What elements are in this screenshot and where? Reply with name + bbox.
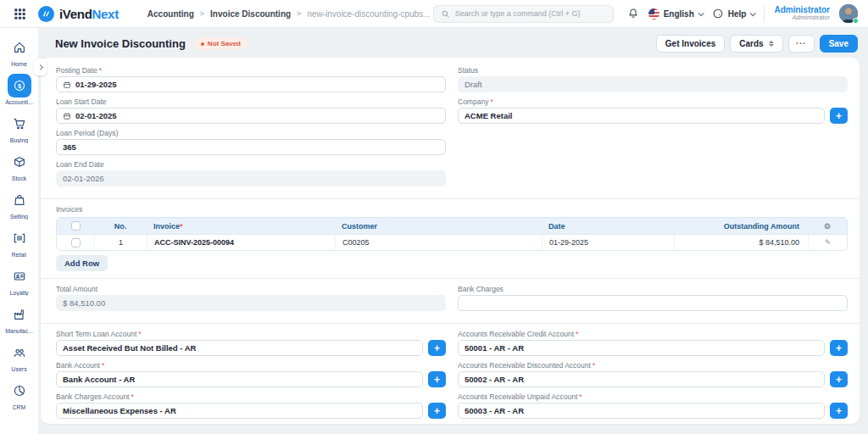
breadcrumb-separator: > xyxy=(200,9,204,18)
grid-settings-gear-icon[interactable]: ⚙ xyxy=(824,222,831,231)
add-row-button[interactable]: Add Row xyxy=(56,255,108,271)
bank-account-input[interactable]: Bank Account - AR xyxy=(56,371,423,387)
sidebar-label: Manufac... xyxy=(5,328,33,334)
users-icon xyxy=(8,341,31,364)
short-term-loan-account-label: Short Term Loan Account* xyxy=(56,330,446,338)
bank-charges-account-input[interactable]: Miscellaneous Expenses - AR xyxy=(56,403,423,419)
sidebar-label: Home xyxy=(11,61,27,67)
edit-row-pencil-icon[interactable]: ✎ xyxy=(825,238,832,247)
section-divider xyxy=(41,278,860,279)
notifications-bell-icon[interactable] xyxy=(627,8,639,19)
row-invoice[interactable]: ACC-SINV-2025-00094 xyxy=(147,235,335,250)
company-label: Company* xyxy=(458,97,848,106)
loan-start-date-label: Loan Start Date xyxy=(56,97,446,106)
sidebar-item-users[interactable]: Users xyxy=(8,341,31,372)
company-input[interactable]: ACME Retail xyxy=(458,108,825,124)
bank-charges-label: Bank Charges xyxy=(458,285,848,293)
cards-view-selector[interactable]: Cards xyxy=(730,35,782,53)
ar-unpaid-account-input[interactable]: 50003 - AR - AR xyxy=(458,403,825,419)
logo-icon xyxy=(38,6,54,22)
more-actions-button[interactable]: ··· xyxy=(788,35,815,53)
language-selector[interactable]: English xyxy=(648,8,703,19)
sidebar-item-stock[interactable]: Stock xyxy=(8,150,31,181)
add-bank-account-button[interactable]: + xyxy=(428,371,446,387)
add-bank-charges-account-button[interactable]: + xyxy=(428,403,446,419)
help-menu[interactable]: Help xyxy=(712,8,755,19)
sidebar-item-crm[interactable]: CRM xyxy=(8,379,31,410)
accounting-icon: $ xyxy=(8,74,31,97)
invoices-table: No. Invoice* Customer Date Outstanding A… xyxy=(56,217,848,251)
add-ar-credit-account-button[interactable]: + xyxy=(830,340,848,356)
sidebar-label: Users xyxy=(11,366,26,372)
expand-sidebar-toggle[interactable] xyxy=(34,58,47,75)
search-input[interactable] xyxy=(455,9,606,18)
add-company-button[interactable]: + xyxy=(830,108,848,124)
loan-period-input[interactable]: 365 xyxy=(56,139,446,155)
get-invoices-button[interactable]: Get Invoices xyxy=(656,35,725,53)
calendar-icon xyxy=(63,81,71,89)
chevron-right-icon xyxy=(37,64,43,70)
add-short-term-loan-account-button[interactable]: + xyxy=(428,340,446,356)
sidebar-label: Selling xyxy=(10,214,28,220)
breadcrumb-invoice-discounting[interactable]: Invoice Discounting xyxy=(210,9,291,19)
section-divider xyxy=(41,323,860,324)
chevron-down-icon xyxy=(750,10,756,16)
sidebar-item-manufacturing[interactable]: Manufac... xyxy=(5,303,33,334)
short-term-loan-account-input[interactable]: Asset Received But Not Billed - AR xyxy=(56,340,423,356)
row-checkbox[interactable] xyxy=(71,238,81,248)
add-ar-unpaid-account-button[interactable]: + xyxy=(830,403,848,419)
sidebar-item-buying[interactable]: Buying xyxy=(8,112,31,143)
top-navbar: iVendNext Accounting > Invoice Discounti… xyxy=(0,0,868,28)
factory-icon xyxy=(8,303,31,326)
user-menu[interactable]: Administrator Administrator xyxy=(774,5,830,22)
add-ar-discounted-account-button[interactable]: + xyxy=(830,371,848,387)
ar-credit-account-input[interactable]: 50001 - AR - AR xyxy=(458,340,825,356)
sidebar-item-retail[interactable]: Retail xyxy=(8,226,31,258)
loan-period-label: Loan Period (Days) xyxy=(56,129,446,137)
breadcrumb-accounting[interactable]: Accounting xyxy=(147,9,194,19)
calendar-icon xyxy=(63,112,71,120)
divider xyxy=(764,5,765,22)
help-icon xyxy=(712,8,724,19)
breadcrumb-separator: > xyxy=(297,9,301,18)
ar-discounted-account-input[interactable]: 50002 - AR - AR xyxy=(458,371,825,387)
id-card-icon xyxy=(8,264,31,288)
sort-carets-icon xyxy=(769,41,774,47)
invoices-table-header: No. Invoice* Customer Date Outstanding A… xyxy=(57,218,847,234)
bank-charges-input[interactable] xyxy=(458,295,848,311)
col-customer: Customer xyxy=(335,222,542,231)
search-icon xyxy=(441,9,450,19)
row-date[interactable]: 01-29-2025 xyxy=(542,235,674,250)
posting-date-label: Posting Date* xyxy=(56,66,446,75)
section-divider xyxy=(41,198,860,199)
row-customer[interactable]: C00205 xyxy=(335,235,542,250)
select-all-checkbox[interactable] xyxy=(71,221,81,231)
barcode-icon xyxy=(8,226,31,250)
status-badge: Not Saved xyxy=(194,37,248,50)
sidebar-label: Loyalty xyxy=(9,290,28,296)
loan-start-date-input[interactable]: 02-01-2025 xyxy=(56,108,446,124)
row-outstanding[interactable]: $ 84,510.00 xyxy=(674,235,808,250)
page-header: New Invoice Discounting Not Saved Get In… xyxy=(38,28,868,58)
us-flag-icon xyxy=(648,8,659,19)
ar-unpaid-account-label: Accounts Receivable Unpaid Account* xyxy=(458,392,848,401)
logo-text: iVendNext xyxy=(59,7,119,21)
total-amount-readonly: $ 84,510.00 xyxy=(56,295,446,311)
save-button[interactable]: Save xyxy=(820,35,858,53)
apps-grid-icon[interactable] xyxy=(14,8,26,20)
sidebar-item-accounting[interactable]: $ Accounti... xyxy=(5,74,33,105)
col-no: No. xyxy=(94,222,147,231)
sidebar-item-loyalty[interactable]: Loyalty xyxy=(8,264,31,296)
badge-dot-icon xyxy=(201,42,204,46)
sidebar-item-home[interactable]: Home xyxy=(8,36,31,67)
user-avatar[interactable] xyxy=(839,4,858,23)
posting-date-input[interactable]: 01-29-2025 xyxy=(56,76,446,92)
app-logo[interactable]: iVendNext xyxy=(38,6,119,22)
breadcrumb: Accounting > Invoice Discounting > new-i… xyxy=(147,9,431,19)
global-search[interactable] xyxy=(433,5,614,23)
bag-icon xyxy=(8,188,31,212)
sidebar-item-selling[interactable]: Selling xyxy=(8,188,31,220)
home-icon xyxy=(8,36,31,59)
sidebar-label: Stock xyxy=(12,175,27,181)
box-icon xyxy=(8,150,31,174)
